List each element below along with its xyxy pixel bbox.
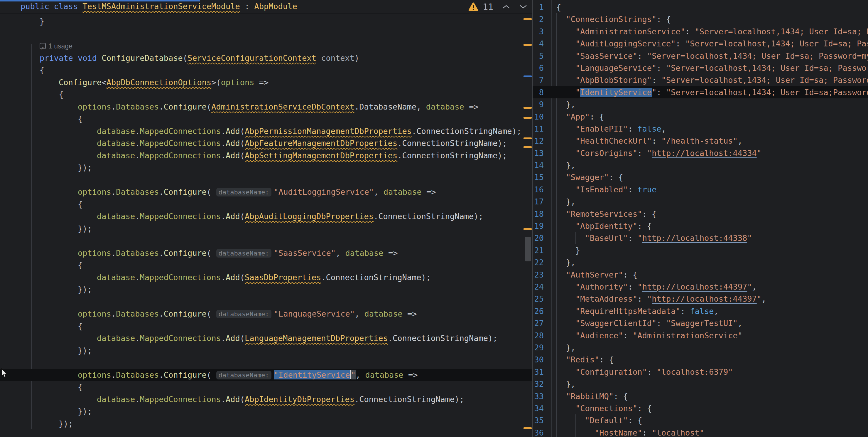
code-token: ( [240, 126, 245, 136]
code-line[interactable]: } [0, 15, 532, 28]
code-line[interactable]: { [0, 320, 532, 332]
code-token: AbpIdentityDbProperties [245, 395, 354, 404]
json-line[interactable]: 11 "EnablePII": false, [533, 123, 868, 135]
code-line[interactable]: options.Databases.Configure( databaseNam… [0, 369, 532, 381]
json-line[interactable]: 24 "Authority": "http://localhost:44397"… [533, 281, 868, 293]
code-token: options [78, 309, 111, 318]
code-line[interactable]: database.MappedConnections.Add(AbpFeatur… [0, 137, 532, 149]
code-line[interactable]: options.Databases.Configure(Administrati… [0, 101, 532, 113]
code-line[interactable]: }); [0, 162, 532, 174]
json-line[interactable]: 25 "MetaAddress": "http://localhost:4439… [533, 293, 868, 305]
json-line[interactable]: 30 "Redis": { [533, 354, 868, 366]
code-token: ConnectionStringName [378, 212, 474, 221]
json-line[interactable]: 3 "AdministrationService": "Server=local… [533, 26, 868, 37]
code-line[interactable]: Configure<AbpDbConnectionOptions>(option… [0, 76, 532, 89]
code-token: MappedConnections [140, 151, 221, 160]
json-line[interactable]: 23 "AuthServer": { [533, 269, 868, 281]
json-line[interactable]: 1{ [533, 1, 868, 13]
json-line[interactable]: 21 } [533, 244, 868, 256]
code-line[interactable]: options.Databases.Configure( databaseNam… [0, 308, 532, 320]
json-line[interactable]: 26 "RequireHttpsMetadata": false, [533, 305, 868, 317]
code-line[interactable]: }); [0, 223, 532, 235]
code-token: "ConnectionStrings" [566, 15, 657, 24]
warning-scroll-mark [524, 138, 532, 139]
json-editor-pane[interactable]: 1{2 "ConnectionStrings": {3 "Administrat… [533, 0, 868, 437]
code-line[interactable] [0, 174, 532, 186]
json-line[interactable]: 4 "AuditLoggingService": "Server=localho… [533, 37, 868, 50]
code-line[interactable]: { [0, 259, 532, 271]
line-number: 28 [533, 329, 544, 342]
code-token: < [101, 78, 106, 87]
code-line[interactable]: database.MappedConnections.Add(SaasDbPro… [0, 271, 532, 284]
warning-scroll-mark [524, 117, 532, 119]
json-line[interactable]: 6 "LanguageService": "Server=localhost,1… [533, 62, 868, 74]
json-line[interactable]: 35 "Default": { [533, 414, 868, 427]
code-line[interactable]: }); [0, 345, 532, 357]
json-line[interactable]: 22 }, [533, 256, 868, 268]
code-token [556, 307, 576, 316]
json-line[interactable]: 17 }, [533, 196, 868, 208]
inspection-widget[interactable]: 11 [468, 0, 527, 13]
code-line[interactable]: { [0, 113, 532, 125]
json-line[interactable]: 31 "Configuration": "localhost:6379" [533, 366, 868, 378]
code-line[interactable]: }); [0, 418, 532, 430]
json-line[interactable]: 33 "RabbitMQ": { [533, 390, 868, 402]
code-line[interactable]: database.MappedConnections.Add(AbpAuditL… [0, 210, 532, 223]
code-line[interactable] [0, 356, 532, 369]
code-token: ); [498, 139, 507, 148]
json-line[interactable]: 20 "BaseUrl": "http://localhost:44338" [533, 232, 868, 244]
json-code: "Swagger": { [556, 173, 623, 182]
json-line[interactable]: 27 "SwaggerClientId": "SwaggerTestUI", [533, 317, 868, 329]
json-line[interactable]: 32 }, [533, 378, 868, 390]
code-token: ConnectionStringName [359, 395, 455, 404]
code-token: database [97, 139, 135, 148]
code-token: . [159, 102, 163, 111]
json-line[interactable]: 28 "Audience": "AdministrationService" [533, 329, 868, 342]
json-line[interactable]: 13 "CorsOrigins": "http://localhost:4433… [533, 147, 868, 159]
previous-warning-button chevron-up-icon[interactable] [502, 4, 510, 9]
json-line[interactable]: 18 "RemoteServices": { [533, 208, 868, 220]
code-line[interactable] [0, 296, 532, 308]
json-line[interactable]: 34 "Connections": { [533, 402, 868, 414]
json-line[interactable]: 19 "AbpIdentity": { [533, 220, 868, 232]
code-line[interactable]: database.MappedConnections.Add(LanguageM… [0, 332, 532, 345]
code-line[interactable]: { [0, 198, 532, 210]
json-line[interactable]: 15 "Swagger": { [533, 171, 868, 183]
usages-annotation[interactable]: 1 usage [40, 42, 72, 50]
code-token: . [388, 333, 393, 343]
code-line[interactable] [0, 235, 532, 247]
json-line[interactable]: 10 "App": { [533, 111, 868, 123]
code-line[interactable]: { [0, 88, 532, 101]
json-line[interactable]: 29 }, [533, 342, 868, 354]
json-line[interactable]: 12 "HealthCheckUrl": "/health-status", [533, 135, 868, 147]
json-line[interactable]: 9 }, [533, 98, 868, 110]
code-line[interactable]: database.MappedConnections.Add(AbpPermis… [0, 125, 532, 138]
code-line[interactable]: database.MappedConnections.Add(AbpIdenti… [0, 393, 532, 406]
code-token: : [638, 51, 647, 60]
code-token: . [354, 395, 359, 404]
scrollbar-track[interactable] [519, 0, 532, 437]
code-line[interactable]: }); [0, 405, 532, 418]
code-line[interactable] [0, 28, 532, 40]
code-line[interactable]: { [0, 64, 532, 76]
sticky-declaration-header[interactable]: public class TestMSAdministrationService… [0, 0, 532, 14]
code-token: database [97, 151, 135, 160]
json-line[interactable]: 8 "IdentityService": "Server=localhost,1… [533, 86, 868, 98]
json-line[interactable]: 5 "SaasService": "Server=localhost,1434;… [533, 50, 868, 62]
code-line[interactable]: }); [0, 283, 532, 296]
json-line[interactable]: 16 "IsEnabled": true [533, 183, 868, 196]
json-line[interactable]: 7 "AbpBlobStoring": "Server=localhost,14… [533, 74, 868, 86]
code-line[interactable]: options.Databases.Configure( databaseNam… [0, 186, 532, 198]
code-line[interactable]: { [0, 381, 532, 393]
json-line[interactable]: 36 "HostName": "localhost" [533, 427, 868, 437]
code-line[interactable]: options.Databases.Configure( databaseNam… [0, 247, 532, 259]
code-line[interactable]: database.MappedConnections.Add(AbpSettin… [0, 149, 532, 162]
next-warning-button chevron-down-icon[interactable] [519, 4, 527, 9]
code-line[interactable]: private void ConfigureDatabase(ServiceCo… [0, 52, 532, 64]
code-token: ); [422, 273, 431, 282]
code-line[interactable]: 1 usage [0, 40, 532, 52]
json-line[interactable]: 2 "ConnectionStrings": { [533, 13, 868, 25]
json-line[interactable]: 14 }, [533, 159, 868, 171]
scrollbar-thumb[interactable] [525, 237, 531, 261]
csharp-editor-pane[interactable]: }1 usage private void ConfigureDatabase(… [0, 0, 532, 437]
